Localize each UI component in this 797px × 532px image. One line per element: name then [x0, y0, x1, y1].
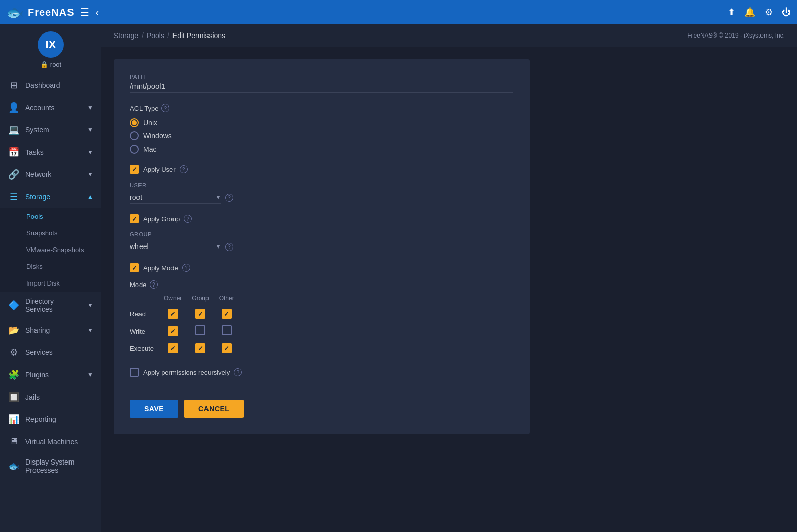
sidebar-item-network[interactable]: 🔗 Network ▼ [0, 163, 101, 186]
apply-user-checkbox-row[interactable]: ✓ Apply User ? [130, 165, 513, 174]
execute-owner-checkbox[interactable]: ✓ [168, 343, 178, 353]
sidebar-avatar: IX 🔒 root [0, 24, 101, 74]
sidebar-item-label: Sharing [25, 326, 50, 334]
storage-subitems: Pools Snapshots VMware-Snapshots Disks I… [0, 208, 101, 292]
read-owner-checkbox[interactable]: ✓ [168, 309, 178, 319]
breadcrumb-sep-1: / [142, 31, 144, 40]
sidebar-item-jails[interactable]: 🔲 Jails [0, 386, 101, 408]
breadcrumb-storage[interactable]: Storage [114, 31, 138, 40]
execute-other-checkbox[interactable]: ✓ [222, 343, 232, 353]
user-label: User [130, 182, 221, 188]
sidebar-subitem-snapshots[interactable]: Snapshots [0, 225, 101, 241]
save-button[interactable]: SAVE [130, 400, 178, 418]
apply-recursively-checkbox-row[interactable]: Apply permissions recursively ? [130, 368, 513, 377]
sidebar-item-storage[interactable]: ☰ Storage ▲ [0, 186, 101, 208]
table-row: Execute ✓ ✓ [130, 340, 245, 357]
form-divider [130, 387, 513, 387]
topnav: 🐟 FreeNAS ☰ ‹ ⬆ 🔔 ⚙ ⏻ [0, 0, 797, 24]
mode-row-execute: Execute [130, 340, 164, 357]
acl-windows-option[interactable]: Windows [130, 131, 513, 140]
sidebar-subitem-pools[interactable]: Pools [0, 208, 101, 225]
sidebar-item-tasks[interactable]: 📅 Tasks ▼ [0, 141, 101, 163]
bell-icon[interactable]: 🔔 [744, 7, 755, 18]
read-other-checkbox[interactable]: ✓ [222, 309, 232, 319]
group-dropdown-row: Group wheel ▼ ? [130, 231, 513, 253]
gear-icon[interactable]: ⚙ [765, 7, 773, 18]
edit-permissions-form: Path /mnt/pool1 ACL Type ? Unix [114, 59, 530, 434]
read-group-checkbox[interactable]: ✓ [195, 309, 205, 319]
sidebar-item-services[interactable]: ⚙ Services [0, 341, 101, 364]
execute-group-checkbox[interactable]: ✓ [195, 343, 205, 353]
apply-mode-label: Apply Mode [143, 264, 178, 272]
directory-services-icon: 🔷 [8, 300, 19, 311]
acl-mac-option[interactable]: Mac [130, 145, 513, 154]
sidebar-item-virtual-machines[interactable]: 🖥 Virtual Machines [0, 431, 101, 452]
cancel-button[interactable]: CANCEL [184, 400, 244, 418]
acl-type-help-icon[interactable]: ? [161, 104, 169, 112]
topnav-left: 🐟 FreeNAS ☰ ‹ [6, 4, 99, 21]
chevron-down-icon: ▼ [215, 194, 221, 201]
acl-type-field: ACL Type ? Unix Windows [130, 104, 513, 154]
breadcrumb-sep-2: / [167, 31, 169, 40]
user-dropdown[interactable]: root ▼ [130, 191, 221, 204]
sidebar-item-label: Display System Processes [25, 458, 93, 474]
apply-user-checkbox[interactable]: ✓ [130, 165, 139, 174]
apply-recursively-checkbox[interactable] [130, 368, 139, 377]
apply-mode-checkbox-row[interactable]: ✓ Apply Mode ? [130, 263, 513, 272]
checkmark-icon: ✓ [198, 310, 203, 318]
accounts-icon: 👤 [8, 102, 19, 113]
chevron-down-icon: ▼ [215, 243, 221, 250]
mode-help-icon[interactable]: ? [150, 280, 158, 289]
apply-mode-help-icon[interactable]: ? [182, 264, 190, 272]
mode-table: Owner Group Other Read ✓ [130, 295, 245, 357]
write-group-checkbox[interactable] [195, 325, 205, 335]
upload-icon[interactable]: ⬆ [727, 7, 735, 18]
breadcrumb-pools[interactable]: Pools [147, 31, 164, 40]
avatar: IX [38, 31, 64, 58]
sidebar-item-display-system-processes[interactable]: 🐟 Display System Processes [0, 452, 101, 480]
apply-recursively-help-icon[interactable]: ? [234, 368, 242, 376]
acl-unix-option[interactable]: Unix [130, 118, 513, 127]
power-icon[interactable]: ⏻ [782, 7, 791, 18]
apply-group-checkbox[interactable]: ✓ [130, 214, 139, 223]
sidebar-subitem-import-disk[interactable]: Import Disk [0, 275, 101, 292]
sidebar-item-accounts[interactable]: 👤 Accounts ▼ [0, 96, 101, 119]
virtual-machines-icon: 🖥 [8, 436, 19, 447]
chevron-down-icon: ▼ [87, 104, 93, 111]
acl-radio-group: Unix Windows Mac [130, 118, 513, 154]
sidebar-item-reporting[interactable]: 📊 Reporting [0, 408, 101, 431]
checkmark-icon: ✓ [132, 166, 137, 173]
sidebar-item-plugins[interactable]: 🧩 Plugins ▼ [0, 364, 101, 386]
sharing-icon: 📂 [8, 325, 19, 336]
sidebar-item-system[interactable]: 💻 System ▼ [0, 119, 101, 141]
apply-user-help-icon[interactable]: ? [180, 165, 188, 173]
group-dropdown[interactable]: wheel ▼ [130, 240, 221, 253]
freenas-logo-icon: 🐟 [6, 4, 24, 21]
path-field: Path /mnt/pool1 [130, 74, 513, 93]
checkmark-icon: ✓ [170, 310, 176, 318]
apply-mode-checkbox[interactable]: ✓ [130, 263, 139, 272]
apply-group-checkbox-row[interactable]: ✓ Apply Group ? [130, 214, 513, 223]
mode-row-read: Read [130, 306, 164, 322]
acl-type-label: ACL Type ? [130, 104, 513, 112]
apply-group-help-icon[interactable]: ? [184, 215, 192, 223]
write-other-checkbox[interactable] [222, 325, 232, 335]
chevron-down-icon: ▼ [87, 149, 93, 156]
checkmark-icon: ✓ [132, 264, 137, 272]
back-icon[interactable]: ‹ [95, 7, 99, 18]
sidebar-item-sharing[interactable]: 📂 Sharing ▼ [0, 319, 101, 341]
storage-icon: ☰ [8, 191, 19, 202]
sidebar-item-label: Directory Services [25, 297, 81, 313]
group-help-icon[interactable]: ? [225, 243, 233, 251]
user-help-icon[interactable]: ? [225, 194, 233, 202]
apply-group-label: Apply Group [143, 215, 180, 223]
sidebar-item-directory-services[interactable]: 🔷 Directory Services ▼ [0, 292, 101, 319]
apply-recursively-label: Apply permissions recursively [143, 369, 230, 376]
user-dropdown-row: User root ▼ ? [130, 182, 513, 204]
sidebar-subitem-disks[interactable]: Disks [0, 258, 101, 275]
menu-icon[interactable]: ☰ [80, 6, 89, 18]
write-owner-checkbox[interactable]: ✓ [168, 326, 178, 336]
sidebar-subitem-vmware-snapshots[interactable]: VMware-Snapshots [0, 241, 101, 258]
jails-icon: 🔲 [8, 392, 19, 403]
sidebar-item-dashboard[interactable]: ⊞ Dashboard [0, 74, 101, 96]
